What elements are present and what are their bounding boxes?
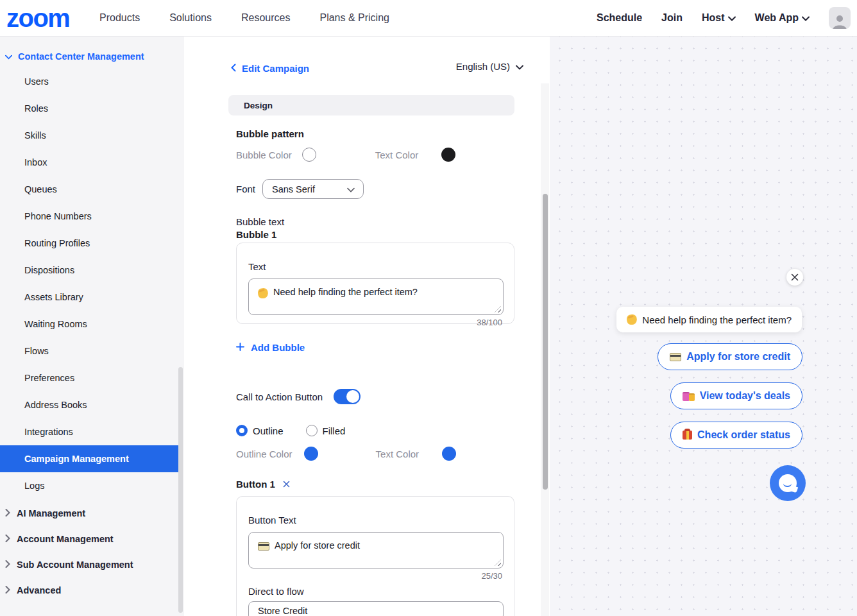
- chevron-down-icon: [347, 184, 355, 194]
- shopping-bags-emoji: [683, 391, 695, 401]
- gift-emoji: [683, 431, 692, 440]
- plus-icon: [236, 342, 244, 353]
- credit-card-emoji: [670, 353, 681, 361]
- sidebar-section-label: Contact Center Management: [18, 51, 144, 62]
- button-1-header: Button 1: [236, 479, 290, 490]
- preview-button-label: View today's deals: [700, 390, 790, 402]
- font-label: Font: [236, 184, 255, 194]
- cta-text-color-label: Text Color: [376, 449, 420, 459]
- sidebar-item-phone-numbers[interactable]: Phone Numbers: [0, 203, 184, 230]
- nav-web-app[interactable]: Web App: [755, 12, 810, 24]
- outline-color-swatch[interactable]: [304, 447, 318, 461]
- sidebar-item-logs[interactable]: Logs: [0, 472, 184, 499]
- sidebar-section-contact-center-management[interactable]: Contact Center Management: [0, 47, 184, 66]
- resize-handle[interactable]: [495, 306, 501, 312]
- button-char-counter: 25/30: [481, 571, 502, 581]
- chevron-down-icon: [728, 12, 736, 24]
- nav-solutions[interactable]: Solutions: [169, 12, 212, 24]
- chat-preview-panel: Need help finding the perfect item? Appl…: [550, 37, 857, 616]
- chat-launcher-button[interactable]: [770, 465, 806, 501]
- bubble-text-heading: Bubble text: [236, 216, 284, 227]
- sidebar-item-preferences[interactable]: Preferences: [0, 364, 184, 391]
- nav-host[interactable]: Host: [702, 12, 736, 24]
- button-text-input[interactable]: Apply for store credit: [248, 532, 504, 569]
- bubble-color-swatch[interactable]: [302, 148, 316, 162]
- top-navbar: zoom Products Solutions Resources Plans …: [0, 0, 857, 37]
- nav-join[interactable]: Join: [661, 12, 683, 24]
- credit-card-emoji: [258, 542, 269, 551]
- bubble-color-row: Bubble Color Text Color: [236, 147, 455, 162]
- preview-close-button[interactable]: [786, 269, 803, 286]
- secondary-nav: Schedule Join Host Web App: [597, 0, 851, 36]
- back-to-campaigns-link[interactable]: Edit Campaign: [231, 63, 309, 74]
- language-value: English (US): [456, 61, 510, 72]
- zoom-logo[interactable]: zoom: [6, 4, 69, 32]
- sidebar-section-label: AI Management: [17, 508, 85, 518]
- sidebar-item-address-books[interactable]: Address Books: [0, 391, 184, 418]
- bubble-text-color-swatch[interactable]: [441, 148, 455, 162]
- chevron-right-icon: [5, 508, 10, 518]
- sidebar-section-account-management[interactable]: Account Management: [0, 526, 184, 552]
- preview-button-check-order[interactable]: Check order status: [670, 422, 802, 449]
- outline-radio-label[interactable]: Outline: [253, 425, 284, 436]
- add-bubble-label: Add Bubble: [251, 342, 305, 353]
- resize-handle[interactable]: [495, 560, 501, 566]
- editor-header: Edit Campaign English (US): [231, 61, 523, 75]
- bubble-char-counter: 38/100: [477, 318, 502, 327]
- nav-plans-pricing[interactable]: Plans & Pricing: [319, 12, 389, 24]
- button-text-value: Apply for store credit: [275, 540, 360, 551]
- nav-resources[interactable]: Resources: [241, 12, 290, 24]
- primary-nav: Products Solutions Resources Plans & Pri…: [99, 0, 389, 36]
- preview-bubble-text: Need help finding the perfect item?: [642, 314, 792, 325]
- bubble-pattern-title: Bubble pattern: [236, 128, 304, 139]
- bubble-text-input[interactable]: Need help finding the perfect item?: [248, 278, 504, 315]
- language-selector[interactable]: English (US): [456, 61, 523, 72]
- cta-toggle[interactable]: [334, 389, 361, 404]
- nav-host-label: Host: [702, 12, 725, 24]
- sidebar-item-flows[interactable]: Flows: [0, 338, 184, 364]
- cta-text-color-swatch[interactable]: [442, 447, 456, 461]
- add-bubble-button[interactable]: Add Bubble: [236, 342, 305, 353]
- chevron-right-icon: [5, 585, 10, 595]
- sidebar-section-label: Account Management: [17, 534, 114, 544]
- sidebar-item-skills[interactable]: Skills: [0, 122, 184, 149]
- toggle-knob: [346, 390, 359, 403]
- bubble-text-value: Need help finding the perfect item?: [273, 287, 418, 297]
- user-avatar[interactable]: [829, 7, 851, 29]
- preview-button-view-deals[interactable]: View today's deals: [670, 382, 802, 409]
- button-1-card: Button Text Apply for store credit 25/30…: [236, 496, 514, 616]
- sidebar-section-advanced[interactable]: Advanced: [0, 578, 184, 603]
- preview-button-apply-store-credit[interactable]: Apply for store credit: [658, 343, 802, 370]
- chevron-right-icon: [5, 534, 10, 544]
- sidebar-item-users[interactable]: Users: [0, 68, 184, 95]
- sidebar-item-roles[interactable]: Roles: [0, 95, 184, 122]
- sidebar-scrollbar[interactable]: [178, 367, 183, 613]
- scrollbar-thumb[interactable]: [543, 194, 548, 490]
- nav-products[interactable]: Products: [99, 12, 140, 24]
- remove-button-icon[interactable]: [283, 479, 290, 489]
- sidebar-section-ai-management[interactable]: AI Management: [0, 501, 184, 526]
- sidebar-item-dispositions[interactable]: Dispositions: [0, 257, 184, 284]
- sidebar-section-label: Advanced: [17, 585, 61, 595]
- sidebar-item-inbox[interactable]: Inbox: [0, 149, 184, 176]
- page-title: Edit Campaign: [242, 63, 309, 74]
- waving-hand-emoji: [625, 313, 638, 326]
- direct-to-flow-input[interactable]: Store Credit: [248, 601, 504, 616]
- font-select[interactable]: Sans Serif: [262, 179, 364, 199]
- filled-radio-label[interactable]: Filled: [323, 425, 346, 436]
- outline-radio[interactable]: [236, 425, 248, 436]
- sidebar-section-sub-account-management[interactable]: Sub Account Management: [0, 552, 184, 578]
- sidebar-item-integrations[interactable]: Integrations: [0, 418, 184, 445]
- filled-radio[interactable]: [306, 425, 318, 436]
- sidebar-item-campaign-management[interactable]: Campaign Management: [0, 445, 178, 472]
- sidebar-item-queues[interactable]: Queues: [0, 176, 184, 203]
- sidebar-item-waiting-rooms[interactable]: Waiting Rooms: [0, 311, 184, 338]
- nav-web-app-label: Web App: [755, 12, 799, 24]
- sidebar-item-routing-profiles[interactable]: Routing Profiles: [0, 230, 184, 257]
- preview-chat-bubble: Need help finding the perfect item?: [616, 307, 802, 332]
- bubble-text-color-label: Text Color: [375, 150, 419, 160]
- button-text-label: Button Text: [248, 515, 296, 526]
- sidebar-item-list: Users Roles Skills Inbox Queues Phone Nu…: [0, 68, 184, 499]
- sidebar-item-assets-library[interactable]: Assets Library: [0, 284, 184, 311]
- nav-schedule[interactable]: Schedule: [597, 12, 642, 24]
